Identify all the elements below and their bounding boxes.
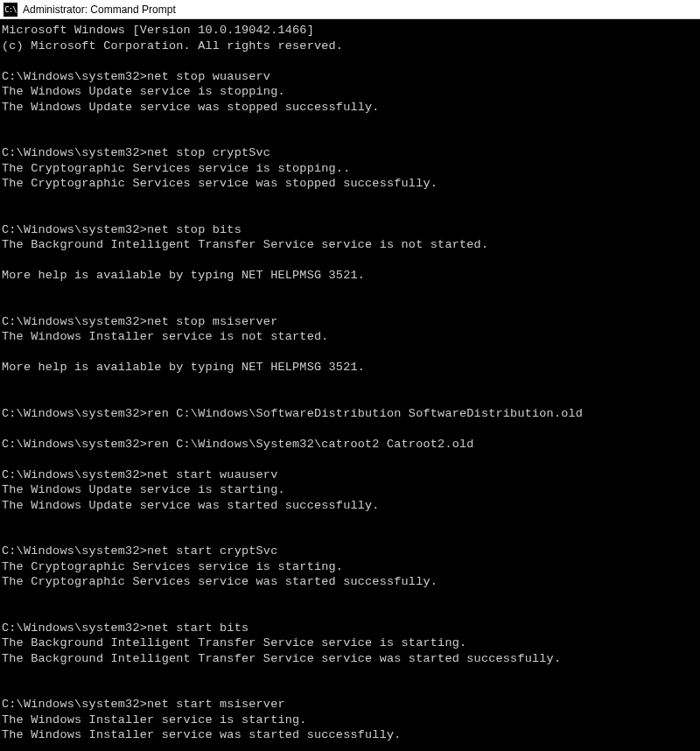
console-line: The Windows Update service is stopping.: [2, 84, 698, 100]
console-line: [2, 390, 698, 406]
console-line: Microsoft Windows [Version 10.0.19042.14…: [2, 23, 698, 39]
console-line: C:\Windows\system32>net start cryptSvc: [2, 544, 698, 559]
console-line: The Cryptographic Services service is st…: [2, 161, 698, 177]
console-line: C:\Windows\system32>net stop wuauserv: [2, 69, 698, 85]
console-line: The Windows Installer service was starte…: [2, 727, 698, 743]
console-line: The Cryptographic Services service is st…: [2, 559, 698, 575]
console-line: The Windows Installer service is not sta…: [2, 329, 698, 345]
console-line: [2, 605, 698, 621]
console-line: [2, 513, 698, 529]
console-line: The Windows Update service is starting.: [2, 482, 698, 498]
console-line: [2, 192, 698, 207]
console-line: [2, 253, 698, 269]
console-line: The Cryptographic Services service was s…: [2, 574, 698, 590]
console-line: More help is available by typing NET HEL…: [2, 268, 698, 284]
console-line: (c) Microsoft Corporation. All rights re…: [2, 39, 698, 54]
console-line: [2, 284, 698, 299]
console-line: [2, 53, 698, 69]
cmd-icon: C:\: [4, 3, 18, 17]
console-output[interactable]: Microsoft Windows [Version 10.0.19042.14…: [0, 19, 700, 747]
console-line: The Background Intelligent Transfer Serv…: [2, 651, 698, 667]
console-line: C:\Windows\system32>net start bits: [2, 621, 698, 636]
console-line: [2, 207, 698, 222]
console-line: [2, 421, 698, 437]
console-line: The Background Intelligent Transfer Serv…: [2, 237, 698, 253]
console-line: C:\Windows\system32>net stop bits: [2, 222, 698, 238]
console-line: C:\Windows\system32>ren C:\Windows\Syste…: [2, 437, 698, 453]
console-line: The Windows Installer service is startin…: [2, 712, 698, 728]
console-line: [2, 590, 698, 606]
console-line: C:\Windows\system32>net start msiserver: [2, 697, 698, 712]
console-line: C:\Windows\system32>net stop msiserver: [2, 314, 698, 330]
console-line: The Cryptographic Services service was s…: [2, 176, 698, 192]
console-line: [2, 452, 698, 467]
console-line: [2, 345, 698, 361]
title-bar[interactable]: C:\ Administrator: Command Prompt: [0, 0, 700, 19]
console-line: C:\Windows\system32>ren C:\Windows\Softw…: [2, 406, 698, 422]
console-line: [2, 529, 698, 544]
console-line: The Windows Update service was started s…: [2, 498, 698, 514]
console-line: C:\Windows\system32>net start wuauserv: [2, 467, 698, 483]
console-line: The Windows Update service was stopped s…: [2, 100, 698, 116]
console-line: C:\Windows\system32>net stop cryptSvc: [2, 145, 698, 161]
console-line: More help is available by typing NET HEL…: [2, 360, 698, 376]
console-line: [2, 115, 698, 130]
console-line: [2, 376, 698, 391]
window-title: Administrator: Command Prompt: [23, 4, 176, 16]
console-line: [2, 298, 698, 314]
console-line: [2, 682, 698, 698]
console-line: The Background Intelligent Transfer Serv…: [2, 635, 698, 651]
console-line: [2, 130, 698, 146]
console-line: [2, 666, 698, 682]
